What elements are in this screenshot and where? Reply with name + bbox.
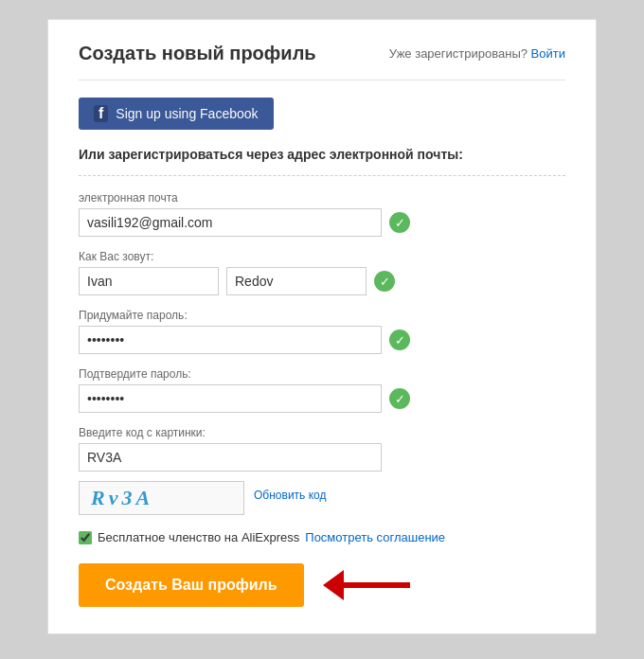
membership-agreement-link[interactable]: Посмотреть соглашение [305, 530, 445, 544]
email-input[interactable] [79, 208, 382, 237]
confirm-password-section: Подтвердите пароль: ✓ [79, 367, 565, 413]
password-input-row: ✓ [79, 326, 565, 354]
email-check-icon: ✓ [389, 212, 410, 233]
first-name-input[interactable] [79, 267, 219, 295]
membership-label: Бесплатное членство на AliExpress [98, 530, 299, 544]
membership-row: Бесплатное членство на AliExpress Посмот… [79, 530, 565, 544]
refresh-captcha-link[interactable]: Обновить код [254, 489, 326, 502]
captcha-input[interactable] [79, 443, 382, 472]
login-link[interactable]: Войти [531, 46, 565, 61]
arrow-line-icon [344, 582, 410, 588]
captcha-input-row [79, 443, 565, 472]
submit-button[interactable]: Создать Ваш профиль [79, 563, 304, 607]
arrow-head-icon [323, 570, 344, 600]
last-name-input[interactable] [226, 267, 367, 295]
page-title: Создать новый профиль [79, 43, 316, 64]
membership-checkbox[interactable] [79, 531, 92, 544]
arrow-indicator [323, 570, 410, 600]
name-check-icon: ✓ [374, 271, 395, 292]
password-check-icon: ✓ [389, 330, 410, 350]
captcha-image: Rv3A [79, 481, 244, 515]
card-header: Создать новый профиль Уже зарегистрирова… [79, 43, 565, 80]
email-input-row: ✓ [79, 208, 565, 237]
captcha-label: Введите код с картинки: [79, 426, 565, 439]
facebook-icon: f [94, 105, 108, 122]
name-input-row: ✓ [79, 267, 565, 295]
submit-section: Создать Ваш профиль [79, 563, 565, 607]
captcha-image-row: Rv3A Обновить код [79, 475, 565, 515]
password-label: Придумайте пароль: [79, 309, 565, 322]
facebook-signup-button[interactable]: f Sign up using Facebook [79, 98, 274, 130]
name-label: Как Вас зовут: [79, 250, 565, 263]
email-label: электронная почта [79, 191, 565, 205]
name-section: Как Вас зовут: ✓ [79, 250, 565, 295]
or-divider: Или зарегистрироваться через адрес элект… [79, 147, 565, 176]
already-registered-text: Уже зарегистрированы? Войти [389, 46, 565, 61]
captcha-section: Введите код с картинки: Rv3A Обновить ко… [79, 426, 565, 515]
confirm-password-input-row: ✓ [79, 384, 565, 413]
confirm-password-check-icon: ✓ [389, 388, 410, 409]
email-section: электронная почта ✓ [79, 191, 565, 237]
confirm-password-input[interactable] [79, 384, 382, 413]
password-section: Придумайте пароль: ✓ [79, 309, 565, 354]
registration-card: Создать новый профиль Уже зарегистрирова… [47, 19, 597, 634]
password-input[interactable] [79, 326, 382, 354]
confirm-password-label: Подтвердите пароль: [79, 367, 565, 381]
